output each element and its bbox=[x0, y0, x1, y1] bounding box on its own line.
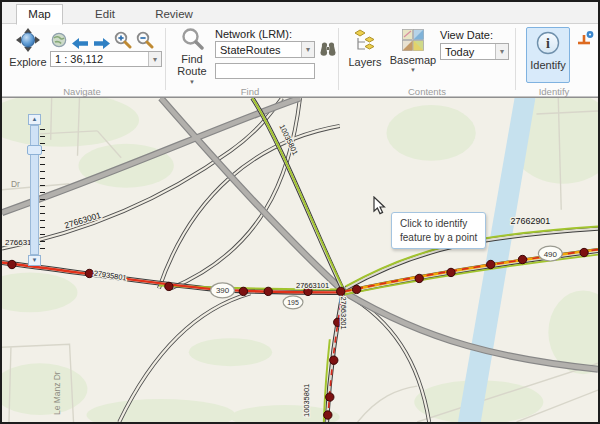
route-label-center-vertical: 27663201 bbox=[339, 296, 348, 329]
tab-review[interactable]: Review bbox=[148, 5, 200, 24]
ribbon: Explore bbox=[2, 24, 598, 97]
chevron-down-icon[interactable]: ▾ bbox=[301, 42, 314, 57]
explore-icon bbox=[15, 27, 41, 56]
route-label-ne: 27662901 bbox=[511, 216, 551, 226]
view-date-combobox[interactable]: Today ▾ bbox=[440, 43, 509, 60]
shield-390: 390 bbox=[216, 286, 230, 295]
find-route-button[interactable]: Find Route ▼ bbox=[171, 27, 213, 86]
full-extent-globe-icon[interactable] bbox=[51, 32, 67, 52]
ribbon-tabbar: Map Edit Review bbox=[2, 2, 598, 24]
map-scale-value: 1 : 36,112 bbox=[55, 53, 103, 65]
street-label-le-manz: Le Manz Dr bbox=[52, 371, 62, 415]
zoom-out-icon[interactable] bbox=[136, 31, 154, 53]
route-label-center: 27663101 bbox=[296, 281, 329, 290]
mouse-cursor-icon bbox=[373, 196, 387, 219]
binoculars-icon[interactable] bbox=[319, 41, 337, 62]
identify-label: Identify bbox=[530, 59, 565, 72]
tab-map[interactable]: Map bbox=[16, 4, 63, 25]
tooltip-line1: Click to identify bbox=[400, 217, 477, 231]
zoom-slider-up-icon[interactable]: ▲ bbox=[28, 114, 41, 125]
chevron-down-icon[interactable]: ▾ bbox=[495, 44, 508, 59]
network-combobox[interactable]: StateRoutes ▾ bbox=[215, 41, 315, 58]
zoom-in-icon[interactable] bbox=[114, 31, 132, 53]
find-route-magnifier-icon bbox=[181, 27, 204, 53]
tab-edit[interactable]: Edit bbox=[82, 5, 128, 24]
route-id-input[interactable] bbox=[215, 63, 315, 79]
route-label-west-diag: 27935801 bbox=[93, 269, 127, 283]
identify-info-icon: i bbox=[535, 30, 561, 59]
group-divider bbox=[515, 28, 516, 90]
info-glyph: i bbox=[546, 36, 550, 51]
view-date-value: Today bbox=[445, 46, 474, 58]
identify-route-location-icon[interactable] bbox=[576, 30, 595, 52]
find-route-dropdown-icon[interactable]: ▼ bbox=[189, 79, 195, 86]
map-scale-combobox[interactable]: 1 : 36,112 ▾ bbox=[50, 51, 162, 67]
chevron-down-icon[interactable]: ▾ bbox=[148, 52, 161, 66]
identify-group-label: Identify bbox=[514, 86, 594, 97]
app-window: Map Edit Review Explore bbox=[0, 0, 600, 424]
navigate-group-label: Navigate bbox=[42, 86, 122, 97]
layers-button[interactable]: Layers bbox=[345, 29, 385, 68]
zoom-slider[interactable]: ▲ ▼ bbox=[27, 114, 42, 266]
explore-button[interactable]: Explore bbox=[6, 27, 50, 68]
zoom-slider-down-icon[interactable]: ▼ bbox=[28, 255, 41, 266]
network-value: StateRoutes bbox=[220, 44, 281, 56]
find-route-label-line1: Find bbox=[181, 53, 202, 66]
basemap-label: Basemap bbox=[390, 54, 436, 67]
layers-icon bbox=[353, 29, 377, 56]
map-canvas[interactable]: 390 195 490 27663001 27663101 27935801 2… bbox=[2, 97, 598, 422]
street-label-dr: Dr bbox=[11, 179, 20, 189]
route-shields: 390 195 490 bbox=[211, 246, 563, 309]
find-route-label-line2: Route bbox=[177, 65, 206, 78]
map-drawing: 390 195 490 27663001 27663101 27935801 2… bbox=[2, 98, 598, 422]
shield-490: 490 bbox=[544, 249, 558, 258]
find-group-label: Find bbox=[210, 86, 290, 97]
layers-label: Layers bbox=[348, 56, 381, 69]
basemap-button[interactable]: Basemap ▼ bbox=[389, 29, 437, 74]
zoom-slider-thumb[interactable] bbox=[27, 145, 42, 155]
network-lrm-label: Network (LRM): bbox=[215, 28, 292, 40]
identify-tooltip: Click to identify feature by a point bbox=[391, 212, 486, 249]
tooltip-line2: feature by a point bbox=[400, 231, 477, 245]
identify-button[interactable]: i Identify bbox=[526, 27, 570, 83]
view-date-label: View Date: bbox=[440, 29, 493, 41]
basemap-dropdown-icon[interactable]: ▼ bbox=[410, 67, 416, 74]
shield-195: 195 bbox=[287, 299, 299, 306]
group-divider bbox=[338, 28, 339, 90]
route-label-south-vertical: 10035801 bbox=[302, 384, 311, 417]
contents-group-label: Contents bbox=[387, 86, 467, 97]
basemap-icon bbox=[402, 29, 424, 54]
group-divider bbox=[165, 28, 166, 90]
explore-label: Explore bbox=[9, 56, 46, 69]
